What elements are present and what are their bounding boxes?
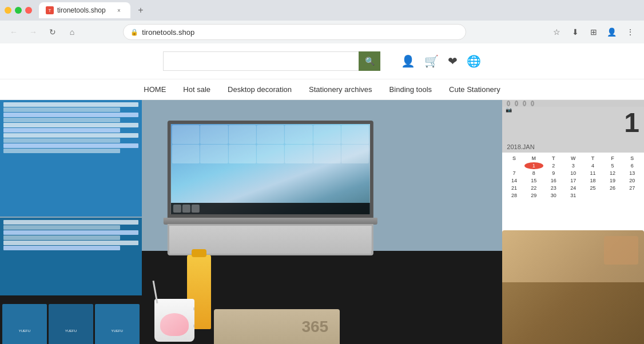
desktop-icon-9 [200, 145, 228, 163]
cal-day-4: 4 [583, 162, 602, 169]
desktop-icon-1 [172, 125, 200, 144]
cal-day-27: 27 [623, 185, 642, 191]
nav-item-desktop-decoration[interactable]: Desktop decoration [228, 85, 292, 94]
paper-11 [3, 220, 138, 225]
folder-label-2: YUEFU [65, 329, 77, 333]
nav-item-hot-sale[interactable]: Hot sale [183, 85, 210, 94]
cal-day-1: 1 [524, 162, 543, 169]
paper-1 [3, 102, 138, 107]
cal-day-15: 15 [524, 177, 543, 184]
desktop-icon-3 [228, 125, 256, 144]
ntp-icon[interactable]: ⊞ [586, 24, 602, 40]
paper-3 [3, 113, 138, 117]
browser-window: T tironetools.shop × + ← → ↻ ⌂ 🔒 tironet… [0, 0, 644, 344]
url-text: tironetools.shop [142, 28, 459, 37]
site-navigation: HOME Hot sale Desktop decoration Station… [0, 79, 644, 100]
cal-day-16: 16 [544, 177, 563, 184]
folder-2: YUEFU [49, 304, 93, 344]
cal-day-17: 17 [563, 177, 582, 184]
laptop [168, 121, 373, 255]
search-button[interactable]: 🔍 [359, 51, 380, 71]
window-controls [5, 7, 32, 14]
cal-header-mon: M [524, 155, 543, 162]
paper-8 [3, 138, 120, 143]
calendar-date-number: 1 [624, 109, 639, 137]
cal-header-thu: T [583, 155, 602, 162]
cal-day-20: 20 [623, 177, 642, 184]
paper-tabs-top [2, 102, 140, 153]
back-button[interactable]: ← [6, 24, 22, 40]
cal-header-fri: F [603, 155, 622, 162]
cal-day-26: 26 [603, 185, 622, 191]
nav-item-stationery-archives[interactable]: Stationery archives [309, 85, 372, 94]
paper-7 [3, 133, 138, 138]
menu-icon[interactable]: ⋮ [622, 24, 638, 40]
language-icon[interactable]: 🌐 [467, 54, 481, 68]
calendar-week-4: 21 22 23 24 25 26 27 [504, 185, 642, 191]
refresh-button[interactable]: ↻ [45, 24, 61, 40]
search-input[interactable] [163, 51, 359, 71]
url-bar[interactable]: 🔒 tironetools.shop [123, 24, 466, 40]
desktop-icon-5 [285, 125, 312, 144]
wishlist-icon[interactable]: ❤ [448, 54, 458, 68]
cart-icon[interactable]: 🛒 [424, 54, 439, 68]
tab-close-button[interactable]: × [114, 6, 124, 15]
cal-day-9: 9 [544, 170, 563, 177]
mug-decoration [160, 313, 189, 336]
site-header: 🔍 👤 🛒 ❤ 🌐 [0, 43, 644, 79]
desktop-icon-11 [257, 145, 284, 163]
screen-display [171, 124, 370, 214]
nav-item-binding-tools[interactable]: Binding tools [389, 85, 432, 94]
paper-6 [3, 128, 120, 133]
minimize-button[interactable] [5, 7, 11, 14]
folder-label-1: YUEFU [19, 329, 30, 333]
folder-label-3: YUEFU [112, 329, 123, 333]
paper-12 [3, 225, 120, 230]
cal-day-18: 18 [583, 177, 602, 184]
bookmark-star-icon[interactable]: ☆ [549, 24, 565, 40]
cal-day-22: 22 [524, 185, 543, 191]
cal-day-10: 10 [563, 170, 582, 177]
desktop-icon-12 [285, 145, 312, 163]
paper-10 [3, 149, 120, 153]
nav-item-cute-stationery[interactable]: Cute Stationery [449, 85, 500, 94]
ssl-icon: 🔒 [130, 29, 138, 36]
mug-body [154, 299, 194, 342]
cal-header-wed: W [563, 155, 582, 162]
taskbar-icon-2 [182, 205, 190, 213]
new-tab-button[interactable]: + [133, 2, 149, 18]
paper-13 [3, 230, 138, 235]
desktop-icon-4 [257, 125, 284, 144]
search-container: 🔍 [163, 51, 380, 71]
desktop-icons [171, 124, 370, 203]
address-bar: ← → ↻ ⌂ 🔒 tironetools.shop ☆ ⬇ ⊞ 👤 ⋮ [0, 21, 644, 43]
desktop-icon-10 [228, 145, 256, 163]
home-button[interactable]: ⌂ [64, 24, 80, 40]
cal-day-3: 3 [563, 162, 582, 169]
desktop-icon-13 [313, 145, 340, 163]
bottle-cap [192, 249, 206, 257]
calendar-week-2: 7 8 9 10 11 12 13 [504, 170, 642, 177]
forward-button[interactable]: → [25, 24, 41, 40]
cal-day-24: 24 [563, 185, 582, 191]
account-icon[interactable]: 👤 [401, 54, 415, 68]
cal-day-23: 23 [544, 185, 563, 191]
cal-day-21: 21 [504, 185, 523, 191]
active-tab[interactable]: T tironetools.shop × [39, 2, 130, 18]
calendar-photo: 📷 [506, 107, 512, 113]
calendar-month: 2018.JAN [507, 143, 534, 150]
cal-header-tue: T [544, 155, 563, 162]
desktop-icon-7 [341, 125, 369, 144]
paper-5 [3, 123, 138, 127]
profile-icon[interactable]: 👤 [604, 24, 620, 40]
close-button[interactable] [25, 7, 32, 14]
cal-day-11: 11 [583, 170, 602, 177]
desktop-icon-2 [200, 125, 228, 144]
paper-tabs-bottom [2, 220, 140, 250]
cal-header-sat: S [623, 155, 642, 162]
nav-item-home[interactable]: HOME [144, 85, 166, 94]
extensions-icon[interactable]: ⬇ [567, 24, 583, 40]
hero-image: 📷 1 2018.JAN S M T W T F S [0, 100, 644, 344]
laptop-screen [168, 121, 373, 218]
maximize-button[interactable] [15, 7, 22, 14]
